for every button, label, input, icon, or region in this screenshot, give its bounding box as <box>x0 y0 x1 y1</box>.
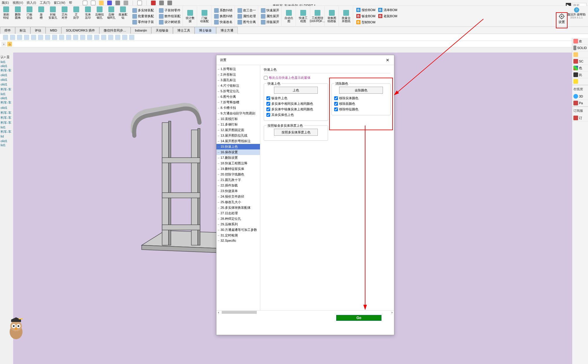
prev-view-icon[interactable] <box>17 35 22 40</box>
ribbon-button[interactable]: 统计数据 <box>185 10 196 23</box>
select-icon[interactable] <box>137 1 142 5</box>
globe-icon[interactable] <box>573 94 578 99</box>
settings-tree-item[interactable]: 11.多侧打标 <box>216 122 260 127</box>
settings-tree-item[interactable]: 30.方通扁通等可加工参数 <box>216 227 260 233</box>
ribbon-small-button[interactable]: 图号分离 <box>237 19 257 25</box>
ribbon-button[interactable]: 替换图纸模板 <box>326 10 337 23</box>
settings-tree-item[interactable]: 16.保存设置 <box>216 149 260 155</box>
feature-tree-item[interactable]: olid1 <box>0 96 13 100</box>
feature-tree-item[interactable]: lid1 <box>0 125 13 129</box>
ribbon-small-button[interactable]: 快速改名 <box>213 19 233 25</box>
hud-icon[interactable] <box>115 35 120 40</box>
hud-icon[interactable] <box>80 35 85 40</box>
checkbox-input[interactable] <box>334 96 338 100</box>
hud-icon[interactable] <box>129 35 134 40</box>
feature-tree-item[interactable]: 料车-车 <box>0 115 13 120</box>
settings-tree-item[interactable]: 19.删特征留实体 <box>216 166 260 172</box>
ribbon-small-button[interactable]: 换图纠错 <box>213 13 233 19</box>
feature-tree-item[interactable]: lid1 <box>0 60 13 64</box>
edit-appearance-icon[interactable] <box>52 35 57 40</box>
ribbon-small-button[interactable]: 批量替换配 <box>131 13 155 19</box>
apply-color-button[interactable]: 上色 <box>274 87 318 94</box>
settings-button[interactable]: 设置 <box>557 13 566 24</box>
settings-tree-item[interactable]: 18.快速工程图注释 <box>216 161 260 166</box>
ribbon-button[interactable]: 正向对齐 <box>59 6 70 26</box>
show-window-checkbox[interactable] <box>264 76 268 80</box>
zoom-area-icon[interactable] <box>10 35 15 40</box>
command-tab[interactable]: 博士钣金 <box>195 27 216 34</box>
ribbon-small-button[interactable]: 属性展开 <box>260 13 280 19</box>
settings-tree-item[interactable]: 14.展开图折弯线标注 <box>216 138 260 144</box>
ribbon-button[interactable]: 压柳拉铜孔 <box>94 6 105 26</box>
hud-icon[interactable] <box>101 35 106 40</box>
settings-tree-item[interactable]: 24.报价文件路径 <box>216 194 260 199</box>
ribbon-button[interactable]: 门钣动装配 <box>199 10 210 23</box>
ribbon-small-button[interactable]: 设计树材质 <box>158 19 181 25</box>
save-icon[interactable] <box>107 1 112 5</box>
settings-tree-item[interactable]: 6.图号分离 <box>216 94 260 100</box>
subscribe-icon[interactable] <box>573 116 578 120</box>
command-tab[interactable]: 焊件 <box>0 27 15 34</box>
settings-tree-item[interactable]: 23.快捷菜单 <box>216 188 260 194</box>
feature-tree-item[interactable]: olid1 <box>0 78 13 82</box>
ribbon-small-button[interactable]: 改三合一 <box>237 8 257 13</box>
home-breadcrumb-icon[interactable]: ⌂ <box>7 42 12 46</box>
ribbon-small-button[interactable]: 零件转子装 <box>131 19 155 25</box>
hud-icon[interactable] <box>108 35 113 40</box>
ribbon-button[interactable]: 快速工程图 <box>298 10 309 23</box>
option-checkbox[interactable]: 移除特征颜色 <box>334 107 388 112</box>
command-tab[interactable]: 博士工具 <box>173 27 195 34</box>
hud-icon[interactable] <box>122 35 127 40</box>
ribbon-small-button[interactable]: 属性处理 <box>237 13 257 19</box>
new-icon[interactable] <box>91 1 96 5</box>
option-checkbox[interactable]: 移除实体颜色 <box>334 96 388 100</box>
settings-tree-item[interactable]: 28.种焊定位孔 <box>216 216 260 222</box>
compare-pane-icon[interactable] <box>573 72 578 77</box>
dialog-hscroll[interactable]: ‹ › <box>216 310 394 314</box>
ribbon-button[interactable]: 封板安装孔 <box>47 6 58 26</box>
settings-tree-item[interactable]: 22.插件加载 <box>216 183 260 188</box>
command-tab[interactable]: 标注 <box>15 27 30 34</box>
feature-tree-item[interactable]: olid1 <box>0 82 13 86</box>
option-checkbox[interactable]: 多实体中相同实体上相同颜色 <box>266 102 325 106</box>
command-tab[interactable]: SOLIDWORKS 插件 <box>61 27 99 34</box>
ribbon-button[interactable]: 工程图转DXF/PDF… <box>312 10 323 23</box>
feature-tree[interactable]: lid1olid1料车-车olid1olid1olid1料车-车lid1olid… <box>0 60 13 147</box>
flag-pane-icon[interactable] <box>573 79 578 84</box>
apply-scene-icon[interactable] <box>59 35 64 40</box>
option-checkbox[interactable]: 移除面颜色 <box>334 102 388 106</box>
feature-tree-item[interactable]: 料车-车 <box>0 110 13 115</box>
command-tab[interactable]: 天创钣金 <box>151 27 173 34</box>
display-style-icon[interactable] <box>38 35 43 40</box>
settings-tree-item[interactable]: 2.外形标注 <box>216 72 260 77</box>
appearance-pane-icon[interactable] <box>573 66 578 70</box>
settings-tree[interactable]: 1.折弯标注2.外形标注3.圆孔标注4.尺寸链标注5.折弯定位孔6.图号分离7.… <box>216 65 260 310</box>
go-button[interactable]: Go <box>336 315 381 321</box>
feature-tree-item[interactable]: 料车-车 <box>0 100 13 105</box>
menu-item[interactable]: 属(E) <box>1 1 9 5</box>
ribbon-button[interactable]: 门板切边 <box>24 6 35 26</box>
section-view-icon[interactable] <box>24 35 29 40</box>
settings-tree-item[interactable]: 26.多实体转换装配体 <box>216 205 260 210</box>
community-icon[interactable] <box>573 101 578 105</box>
checkbox-input[interactable] <box>266 107 270 111</box>
checkbox-input[interactable] <box>266 113 270 117</box>
hud-icon[interactable] <box>73 35 78 40</box>
ribbon-small-button[interactable]: 散件组装配 <box>158 13 181 19</box>
settings-tree-item[interactable]: 10.直线打标 <box>216 116 260 122</box>
feature-tree-item[interactable]: 料车-车 <box>0 68 13 73</box>
option-checkbox[interactable]: 钣金件上色 <box>266 96 325 100</box>
option-checkbox[interactable]: 其余实体也上色 <box>266 113 325 117</box>
ribbon-button[interactable]: 速刷特征 <box>1 6 12 26</box>
solid-pane-icon[interactable] <box>573 46 576 50</box>
scroll-right-icon[interactable]: › <box>390 311 394 314</box>
checkbox-input[interactable] <box>266 96 270 100</box>
ribbon-button[interactable]: 压柳铜R孔 <box>106 6 117 26</box>
sc-pane-icon[interactable] <box>573 59 578 64</box>
command-tab[interactable]: 博士方通 <box>216 27 238 34</box>
settings-tree-item[interactable]: 20.切除字线颜色 <box>216 172 260 177</box>
view-setting-icon[interactable] <box>66 35 71 40</box>
folder-pane-icon[interactable] <box>573 52 578 57</box>
ribbon-small-button[interactable]: 快速展开 <box>260 8 280 13</box>
checkbox-input[interactable] <box>266 102 270 106</box>
